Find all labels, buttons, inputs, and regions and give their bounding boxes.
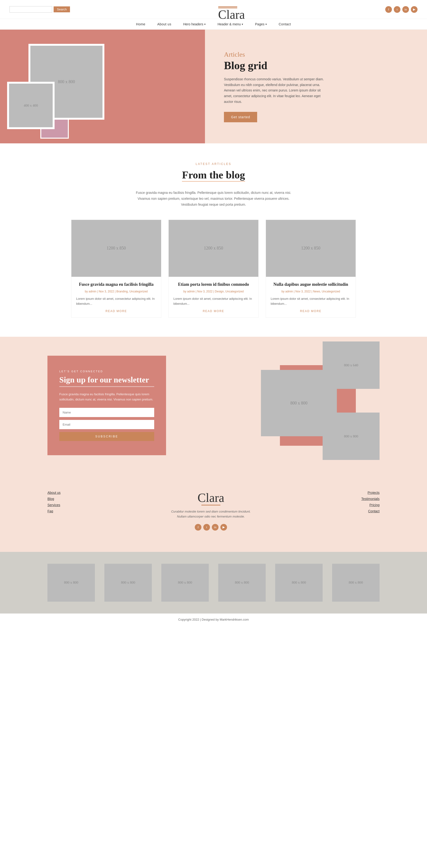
blog-card-2-link[interactable]: READ MORE [173, 309, 254, 313]
footer-thumb-6: 800 x 800 [332, 564, 379, 602]
blog-card-1-link[interactable]: READ MORE [76, 309, 156, 313]
blog-desc: Fusce gravida magna eu facilisis fringil… [131, 190, 296, 208]
social-icons: f t in ▶ [385, 6, 418, 13]
footer-link-pricing[interactable]: Pricing [361, 503, 379, 507]
footer-link-blog[interactable]: Blog [48, 497, 60, 501]
footer-youtube-icon[interactable]: ▶ [220, 524, 227, 531]
newsletter-tag: LET'S GET CONNECTED [59, 370, 154, 373]
blog-card-1-text: Lorem ipsum dolor sit amet, consectetur … [76, 297, 156, 306]
newsletter-form: SUBSCRIBE [59, 408, 154, 441]
footer-logo: Clara [171, 491, 251, 505]
blog-card-2-meta: by admin | Nov 3, 2022 | Design, Uncateg… [173, 290, 254, 293]
newsletter-text: Fusce gravida magna eu facilisis fringil… [59, 392, 154, 402]
copyright: Copyright 2022 | Designed by MarkHendrik… [0, 614, 427, 626]
footer-link-services[interactable]: Services [48, 503, 60, 507]
footer-social: f t in ▶ [171, 524, 251, 531]
hero-section: 800 x 800 400 x 400 Articles Blog grid S… [0, 30, 427, 143]
blog-tag: LATEST ARTICLES [48, 162, 379, 166]
hero-text: Suspendisse rhoncus commodo varius. Vest… [224, 76, 328, 105]
facebook-icon[interactable]: f [385, 6, 392, 13]
newsletter-image-2: 800 x 800 [261, 370, 337, 436]
footer-link-projects[interactable]: Projects [361, 491, 379, 495]
hero-image-small: 400 x 400 [7, 82, 55, 129]
blog-title: From the blog [182, 169, 245, 182]
footer-link-testimonials[interactable]: Testimonials [361, 497, 379, 501]
main-nav: Home About us Hero headers Header & menu… [0, 19, 427, 30]
hero-right: Articles Blog grid Suspendisse rhoncus c… [205, 30, 427, 143]
footer-center: Clara Curabitur molestie lorem sed diam … [171, 491, 251, 531]
blog-card-1-meta: by admin | Nov 3, 2022 | Branding, Uncat… [76, 290, 156, 293]
blog-card-1-img: 1200 x 850 [72, 220, 161, 277]
blog-card-2-title: Etiam porta lorem id finibus commodo [173, 281, 254, 287]
footer-thumb-5: 800 x 800 [275, 564, 323, 602]
twitter-icon[interactable]: t [394, 6, 400, 13]
nav-contact[interactable]: Contact [279, 22, 291, 26]
footer: About us Blog Services Faq Clara Curabit… [0, 474, 427, 552]
footer-logo-line [201, 505, 220, 505]
newsletter-form-area: LET'S GET CONNECTED Sign up for our news… [48, 356, 166, 455]
nav-hero-headers[interactable]: Hero headers [183, 22, 206, 26]
newsletter-subscribe-button[interactable]: SUBSCRIBE [59, 432, 154, 441]
nav-about[interactable]: About us [157, 22, 171, 26]
blog-card-3-text: Lorem ipsum dolor sit amet, consectetur … [271, 297, 351, 306]
footer-instagram-icon[interactable]: in [212, 524, 219, 531]
blog-card-2-content: Etiam porta lorem id finibus commodo by … [169, 281, 258, 313]
blog-card-3-content: Nulla dapibus augue molestie sollicitudi… [266, 281, 355, 313]
footer-tagline: Curabitur molestie lorem sed diam condim… [171, 509, 251, 519]
newsletter-section: LET'S GET CONNECTED Sign up for our news… [0, 337, 427, 474]
nav-pages[interactable]: Pages [255, 22, 267, 26]
blog-card-3-meta: by admin | Nov 3, 2022 | News, Uncategor… [271, 290, 351, 293]
logo-underline [218, 6, 237, 7]
footer-left-links: About us Blog Services Faq [48, 491, 60, 531]
search-button[interactable]: Search [54, 6, 70, 12]
search-input[interactable] [9, 6, 52, 12]
blog-card-3-img: 1200 x 850 [266, 220, 355, 277]
footer-link-contact[interactable]: Contact [361, 509, 379, 513]
blog-card-3-title: Nulla dapibus augue molestie sollicitudi… [271, 281, 351, 287]
blog-card-2: 1200 x 850 Etiam porta lorem id finibus … [168, 220, 259, 318]
hero-left: 800 x 800 400 x 400 [0, 30, 205, 143]
blog-section: LATEST ARTICLES From the blog Fusce grav… [0, 143, 427, 337]
nav-home[interactable]: Home [136, 22, 145, 26]
header: Search Clara f t in ▶ [0, 0, 427, 19]
footer-thumb-4: 800 x 800 [218, 564, 266, 602]
blog-card-1: 1200 x 850 Fusce gravida magna eu facili… [71, 220, 161, 318]
instagram-icon[interactable]: in [402, 6, 409, 13]
hero-title: Blog grid [224, 60, 408, 72]
newsletter-name-input[interactable] [59, 408, 154, 417]
footer-facebook-icon[interactable]: f [195, 524, 201, 531]
search-area: Search [9, 6, 70, 12]
blog-card-1-content: Fusce gravida magna eu facilisis fringil… [72, 281, 161, 313]
footer-thumb-3: 800 x 800 [161, 564, 209, 602]
blog-cards: 1200 x 850 Fusce gravida magna eu facili… [48, 220, 379, 318]
blog-card-3-link[interactable]: READ MORE [271, 309, 351, 313]
footer-thumb-2: 800 x 800 [104, 564, 152, 602]
footer-link-about[interactable]: About us [48, 491, 60, 495]
footer-twitter-icon[interactable]: t [203, 524, 210, 531]
blog-card-2-img: 1200 x 850 [169, 220, 258, 277]
footer-link-faq[interactable]: Faq [48, 509, 60, 513]
newsletter-email-input[interactable] [59, 420, 154, 429]
nav-header-menu[interactable]: Header & menu [218, 22, 243, 26]
blog-card-2-text: Lorem ipsum dolor sit amet, consectetur … [173, 297, 254, 306]
newsletter-images: 800 x 640 800 x 800 800 x 800 [261, 341, 379, 460]
footer-top: About us Blog Services Faq Clara Curabit… [48, 491, 379, 531]
youtube-icon[interactable]: ▶ [411, 6, 418, 13]
footer-thumb-1: 800 x 800 [48, 564, 95, 602]
blog-card-3: 1200 x 850 Nulla dapibus augue molestie … [266, 220, 356, 318]
footer-right-links: Projects Testimonials Pricing Contact [361, 491, 379, 531]
hero-cta-button[interactable]: Get started [224, 112, 257, 122]
newsletter-title: Sign up for our newsletter [59, 375, 154, 387]
blog-card-1-title: Fusce gravida magna eu facilisis fringil… [76, 281, 156, 287]
footer-thumbnails: 800 x 800 800 x 800 800 x 800 800 x 800 … [0, 552, 427, 614]
hero-subtitle: Articles [224, 51, 408, 58]
